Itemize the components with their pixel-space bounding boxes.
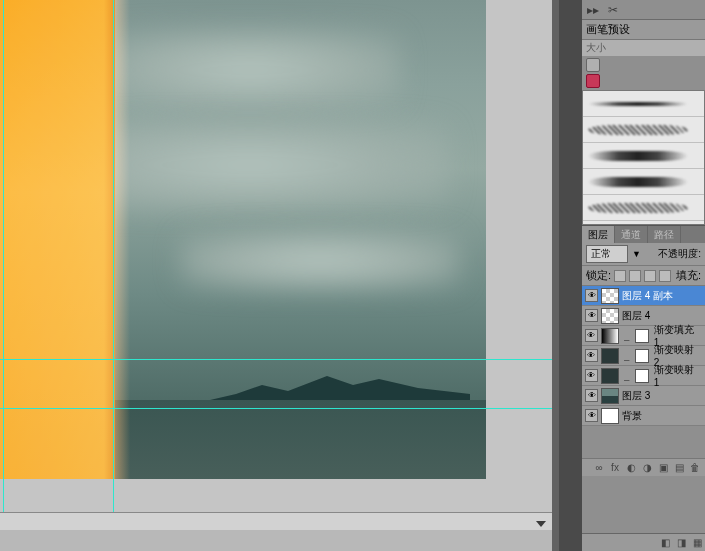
visibility-icon[interactable]: 👁 [585, 309, 598, 322]
link-icon[interactable]: ⎯ [622, 369, 632, 383]
layer-thumbnail[interactable] [601, 348, 619, 364]
layer-thumbnail[interactable] [601, 408, 619, 424]
layer-mask-thumbnail[interactable] [635, 349, 649, 363]
layer-thumbnail[interactable] [601, 288, 619, 304]
cloud-shape [180, 230, 460, 290]
panels-column: ▸▸ ✂ 画笔预设 大小 图层 通道 路径 正常 ▼ 不透明度: 锁定: 填充: [582, 0, 705, 551]
scroll-arrow-icon[interactable] [536, 521, 546, 527]
visibility-icon[interactable]: 👁 [585, 389, 598, 402]
brush-preset-list[interactable] [582, 90, 705, 225]
layer-mask-thumbnail[interactable] [635, 329, 649, 343]
guide-horizontal[interactable] [0, 359, 552, 360]
horizontal-scrollbar[interactable] [0, 512, 552, 530]
brush-preview-icon[interactable] [586, 74, 600, 88]
brush-preset-item[interactable] [583, 195, 704, 221]
lock-pixels-icon[interactable] [629, 270, 641, 282]
opacity-label: 不透明度: [658, 247, 701, 261]
layers-list[interactable]: 👁 图层 4 副本 👁 图层 4 👁 ⎯ 渐变填充 1 👁 ⎯ 渐变映射 2 👁 [582, 286, 705, 426]
blend-mode-select[interactable]: 正常 [586, 245, 628, 263]
brush-preset-item[interactable] [583, 91, 704, 117]
brush-size-label: 大小 [582, 40, 705, 56]
brush-tip-icon[interactable] [586, 58, 600, 72]
status-icon[interactable]: ▦ [691, 537, 703, 549]
brush-presets-tab[interactable]: 画笔预设 [582, 20, 705, 40]
layer-fx-icon[interactable]: fx [609, 462, 621, 474]
lock-position-icon[interactable] [644, 270, 656, 282]
layers-empty-area [582, 426, 705, 458]
layer-thumbnail[interactable] [601, 368, 619, 384]
new-group-icon[interactable]: ▣ [657, 462, 669, 474]
tab-layers[interactable]: 图层 [582, 226, 615, 243]
layer-name[interactable]: 背景 [622, 409, 642, 423]
brush-stroke-icon [588, 203, 688, 213]
add-mask-icon[interactable]: ◐ [625, 462, 637, 474]
visibility-icon[interactable]: 👁 [585, 329, 598, 342]
status-bar-right: ◧ ◨ ▦ [582, 533, 705, 551]
layer-thumbnail[interactable] [601, 328, 619, 344]
brush-stroke-icon [588, 151, 688, 161]
brush-view-icons [582, 56, 705, 90]
brush-stroke-icon [588, 177, 688, 187]
guide-vertical[interactable] [3, 0, 4, 530]
fill-label: 填充: [676, 268, 701, 283]
cloud-shape [100, 30, 400, 110]
layer-thumbnail[interactable] [601, 388, 619, 404]
lock-transparency-icon[interactable] [614, 270, 626, 282]
brush-stroke-icon [588, 102, 688, 106]
layer-row[interactable]: 👁 图层 3 [582, 386, 705, 406]
status-icon[interactable]: ◨ [675, 537, 687, 549]
layer-row[interactable]: 👁 ⎯ 渐变映射 1 [582, 366, 705, 386]
brush-preset-item[interactable] [583, 117, 704, 143]
layers-panel-tabs: 图层 通道 路径 [582, 225, 705, 243]
link-icon[interactable]: ⎯ [622, 349, 632, 363]
brush-preset-item[interactable] [583, 143, 704, 169]
new-layer-icon[interactable]: ▤ [673, 462, 685, 474]
new-adjustment-icon[interactable]: ◑ [641, 462, 653, 474]
layer-name[interactable]: 渐变映射 1 [654, 363, 702, 388]
layer-name[interactable]: 图层 4 [622, 309, 650, 323]
canvas-area [0, 0, 552, 530]
layers-panel-footer: ∞ fx ◐ ◑ ▣ ▤ 🗑 [582, 458, 705, 476]
layer-row[interactable]: 👁 背景 [582, 406, 705, 426]
dock-strip [552, 0, 559, 551]
scissors-icon[interactable]: ✂ [606, 3, 620, 17]
layer-name[interactable]: 图层 3 [622, 389, 650, 403]
layer-row[interactable]: 👁 图层 4 副本 [582, 286, 705, 306]
lock-all-icon[interactable] [659, 270, 671, 282]
dock-gutter [552, 0, 582, 551]
guide-horizontal[interactable] [0, 408, 552, 409]
brush-stroke-icon [588, 125, 688, 135]
lock-label: 锁定: [586, 268, 611, 283]
visibility-icon[interactable]: 👁 [585, 349, 598, 362]
lock-row: 锁定: 填充: [582, 266, 705, 286]
blend-mode-row: 正常 ▼ 不透明度: [582, 243, 705, 266]
panel-top-icons: ▸▸ ✂ [582, 0, 705, 20]
status-icon[interactable]: ◧ [659, 537, 671, 549]
layer-name[interactable]: 图层 4 副本 [622, 289, 673, 303]
brush-preset-item[interactable] [583, 169, 704, 195]
tab-paths[interactable]: 路径 [648, 226, 681, 243]
visibility-icon[interactable]: 👁 [585, 369, 598, 382]
visibility-icon[interactable]: 👁 [585, 289, 598, 302]
tab-channels[interactable]: 通道 [615, 226, 648, 243]
link-layers-icon[interactable]: ∞ [593, 462, 605, 474]
collapse-icon[interactable]: ▸▸ [586, 3, 600, 17]
link-icon[interactable]: ⎯ [622, 329, 632, 343]
delete-layer-icon[interactable]: 🗑 [689, 462, 701, 474]
layer-mask-thumbnail[interactable] [635, 369, 649, 383]
guide-vertical[interactable] [113, 0, 114, 530]
visibility-icon[interactable]: 👁 [585, 409, 598, 422]
layer-thumbnail[interactable] [601, 308, 619, 324]
